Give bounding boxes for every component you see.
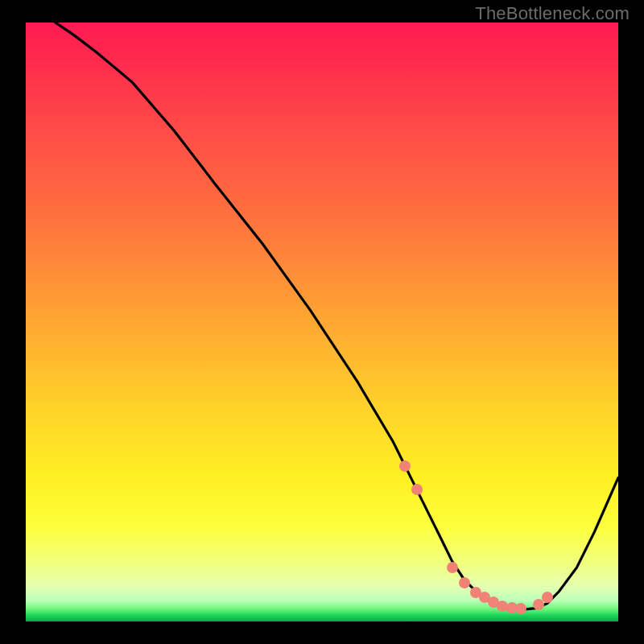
marker-point (459, 577, 470, 588)
marker-point (411, 484, 423, 495)
chart-frame: TheBottleneck.com (0, 0, 644, 644)
marker-point (542, 592, 553, 603)
curve-path (56, 23, 618, 609)
marker-point (515, 603, 526, 614)
plot-area (26, 23, 618, 621)
marker-point (447, 562, 458, 573)
curve-layer (26, 23, 618, 621)
watermark-text: TheBottleneck.com (475, 3, 630, 24)
marker-point (399, 460, 411, 472)
